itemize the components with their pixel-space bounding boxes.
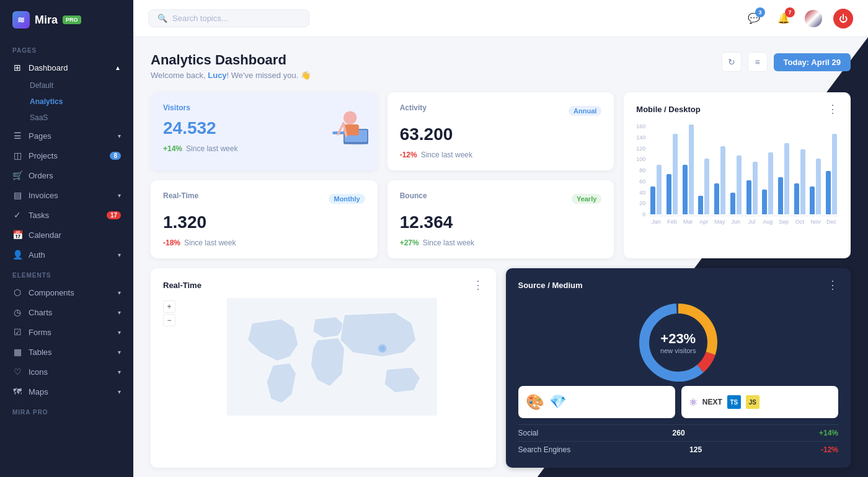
sidebar-item-label: Orders — [29, 171, 53, 180]
typescript-icon: TS — [727, 395, 741, 409]
language-selector[interactable] — [804, 9, 823, 28]
source-medium-title: Source / Medium — [518, 281, 583, 290]
source-row-search: Search Engines 125 -12% — [518, 441, 839, 458]
page-subtitle: Welcome back, Lucy! We've missed you. 👋 — [151, 71, 311, 80]
activity-value: 63.200 — [400, 125, 602, 144]
sidebar-item-tables[interactable]: ▦ Tables ▾ — [0, 342, 133, 362]
source-social-change: +14% — [819, 429, 838, 437]
sidebar-item-forms[interactable]: ☑ Forms ▾ — [0, 322, 133, 342]
pro-badge: PRO — [63, 15, 81, 24]
topbar-right: 💬 3 🔔 7 ⏻ — [744, 9, 853, 28]
power-icon: ⏻ — [839, 14, 848, 24]
forms-icon: ☑ — [12, 327, 22, 337]
sidebar-item-components[interactable]: ⬡ Components ▾ — [0, 282, 133, 302]
app-name: Mira — [35, 14, 58, 27]
sidebar-item-label: Invoices — [29, 191, 58, 200]
chevron-icon: ▾ — [118, 349, 121, 356]
more-button[interactable]: ⋮ — [827, 102, 838, 116]
today-button[interactable]: Today: April 29 — [774, 53, 851, 71]
bell-badge: 7 — [785, 7, 795, 17]
bounce-label: Bounce — [400, 191, 427, 200]
sidebar-item-pages[interactable]: ☰ Pages ▾ — [0, 126, 133, 146]
flag-icon — [805, 10, 822, 27]
sidebar-item-label: Dashboard — [29, 63, 68, 72]
mobile-desktop-title: Mobile / Desktop — [636, 105, 700, 114]
search-icon: 🔍 — [157, 14, 167, 23]
realtime-map-card: Real-Time ⋮ + − — [151, 268, 496, 468]
source-row-social: Social 260 +14% — [518, 424, 839, 441]
bounce-change: +27% — [400, 239, 419, 247]
chevron-icon: ▾ — [118, 309, 121, 316]
zoom-out-button[interactable]: − — [163, 314, 175, 326]
sidebar-item-tasks[interactable]: ✓ Tasks 17 — [0, 205, 133, 225]
page-header: Analytics Dashboard Welcome back, Lucy! … — [151, 52, 851, 80]
sidebar-item-label: Charts — [29, 308, 52, 317]
filter-button[interactable]: ≡ — [748, 52, 768, 72]
search-box[interactable]: 🔍 Search topics... — [148, 9, 309, 27]
sidebar-item-projects[interactable]: ◫ Projects 8 — [0, 146, 133, 165]
notifications-button[interactable]: 🔔 7 — [774, 9, 794, 28]
sidebar-item-icons[interactable]: ♡ Icons ▾ — [0, 362, 133, 382]
sidebar-item-maps[interactable]: 🗺 Maps ▾ — [0, 382, 133, 401]
auth-icon: 👤 — [12, 250, 22, 260]
tools-grid: 🎨 💎 ⚛ NEXT TS JS — [518, 386, 839, 418]
sidebar-subitem-analytics[interactable]: Analytics — [0, 94, 133, 110]
realtime-label: Real-Time — [163, 191, 198, 200]
realtime-since: Since last week — [184, 239, 236, 247]
source-medium-header: Source / Medium ⋮ — [518, 278, 839, 292]
search-placeholder: Search topics... — [172, 14, 228, 23]
page-area: Analytics Dashboard Welcome back, Lucy! … — [133, 37, 868, 477]
messages-badge: 3 — [755, 7, 765, 17]
tasks-badge: 17 — [107, 211, 121, 219]
elements-section-label: ELEMENTS — [0, 265, 133, 282]
bounce-badge: Yearly — [572, 194, 601, 204]
tool-card-figma-sketch: 🎨 💎 — [518, 386, 675, 418]
messages-button[interactable]: 💬 3 — [744, 9, 764, 28]
source-more-button[interactable]: ⋮ — [827, 278, 838, 292]
zoom-in-button[interactable]: + — [163, 300, 175, 313]
sidebar-subitem-saas[interactable]: SaaS — [0, 110, 133, 126]
calendar-icon: 📅 — [12, 230, 22, 240]
realtime-badge: Monthly — [329, 194, 365, 204]
mirapro-section-label: MIRA PRO — [0, 401, 133, 419]
app-logo[interactable]: ≋ Mira PRO — [0, 0, 133, 40]
donut-percent: +23% — [660, 331, 696, 347]
visitors-illustration — [316, 98, 371, 148]
content-scroll: Analytics Dashboard Welcome back, Lucy! … — [133, 37, 868, 477]
sidebar-item-label: Icons — [29, 367, 48, 377]
source-social-name: Social — [518, 429, 539, 437]
refresh-button[interactable]: ↻ — [722, 52, 742, 72]
sidebar-subitem-default[interactable]: Default — [0, 77, 133, 94]
orders-icon: 🛒 — [12, 170, 22, 180]
source-medium-card: Source / Medium ⋮ — [506, 268, 851, 468]
main-content: 🔍 Search topics... 💬 3 🔔 7 ⏻ — [133, 0, 868, 477]
sidebar-item-dashboard[interactable]: ⊞ Dashboard ▲ — [0, 58, 133, 77]
activity-badge: Annual — [569, 106, 601, 116]
sidebar-item-label: Components — [29, 288, 74, 297]
svg-point-10 — [380, 346, 384, 351]
sidebar-item-orders[interactable]: 🛒 Orders — [0, 165, 133, 185]
donut-chart: +23% new visitors — [518, 299, 839, 386]
source-search-value: 125 — [689, 445, 702, 454]
visitors-change: +14% — [163, 144, 182, 153]
map-more-button[interactable]: ⋮ — [472, 278, 484, 292]
sidebar-item-auth[interactable]: 👤 Auth ▾ — [0, 245, 133, 265]
redux-icon: ⚛ — [689, 396, 698, 408]
sidebar-item-invoices[interactable]: ▤ Invoices ▾ — [0, 185, 133, 205]
nextjs-label: NEXT — [702, 398, 722, 406]
sidebar-item-charts[interactable]: ◷ Charts ▾ — [0, 302, 133, 322]
sidebar-item-calendar[interactable]: 📅 Calendar — [0, 225, 133, 245]
logo-icon: ≋ — [12, 11, 30, 28]
source-social-value: 260 — [673, 429, 685, 437]
sidebar-item-label: Auth — [29, 250, 45, 260]
topbar: 🔍 Search topics... 💬 3 🔔 7 ⏻ — [133, 0, 868, 37]
chevron-icon: ▲ — [115, 64, 121, 71]
projects-badge: 8 — [110, 152, 121, 160]
power-button[interactable]: ⏻ — [833, 9, 853, 28]
realtime-footer: -18% Since last week — [163, 239, 365, 247]
bounce-since: Since last week — [423, 239, 474, 247]
mobile-desktop-header: Mobile / Desktop ⋮ — [636, 102, 838, 116]
icons-icon: ♡ — [12, 367, 22, 377]
bounce-value: 12.364 — [400, 212, 602, 232]
sidebar: ≋ Mira PRO PAGES ⊞ Dashboard ▲ Default A… — [0, 0, 133, 477]
